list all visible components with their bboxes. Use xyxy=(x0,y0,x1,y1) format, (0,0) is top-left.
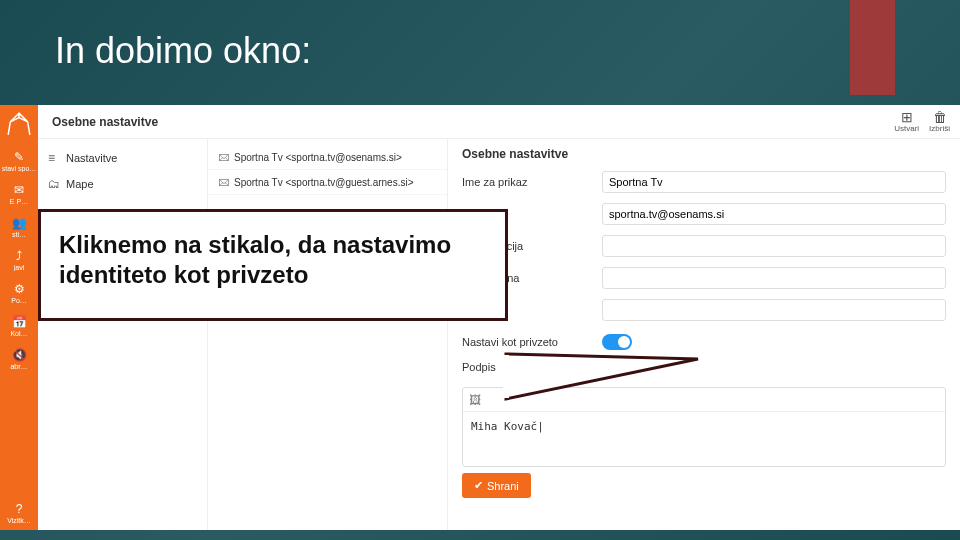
page-title: Osebne nastavitve xyxy=(52,115,158,129)
nav-item-folders[interactable]: 🗂 Mape xyxy=(38,171,207,197)
nav-item-settings[interactable]: ≡ Nastavitve xyxy=(38,145,207,171)
sidebar-item-settings[interactable]: ⚙ Po… xyxy=(0,277,38,308)
create-label: Ustvari xyxy=(894,124,919,133)
identity-label: Sportna Tv <sportna.tv@osenams.si> xyxy=(234,152,402,163)
sidebar-item-compose[interactable]: ✎ stavi spo… xyxy=(0,145,38,176)
save-label: Shrani xyxy=(487,480,519,492)
sidebar-item-logout[interactable]: ⤴ javi xyxy=(0,244,38,275)
sidebar-item-mute[interactable]: 🔇 abr… xyxy=(0,343,38,374)
sidebar-item-label: javi xyxy=(0,264,38,271)
create-button[interactable]: ⊞ Ustvari xyxy=(894,110,919,133)
calendar-icon: 📅 xyxy=(0,316,38,328)
sidebar-item-label: E P… xyxy=(0,198,38,205)
mail-icon: ✉ xyxy=(0,184,38,196)
sidebar-item-label: Vizitk… xyxy=(0,517,38,524)
svg-marker-0 xyxy=(506,354,698,399)
sidebar-item-label: Kol… xyxy=(0,330,38,337)
left-sidebar: ✎ stavi spo… ✉ E P… 👥 sti… ⤴ javi ⚙ Po… … xyxy=(0,105,38,530)
field-email: E Pošta xyxy=(462,201,946,227)
sidebar-item-contacts[interactable]: 👥 sti… xyxy=(0,211,38,242)
panel-title: Osebne nastavitve xyxy=(462,147,946,161)
sidebar-item-calendar[interactable]: 📅 Kol… xyxy=(0,310,38,341)
input-email[interactable] xyxy=(602,203,946,225)
sidebar-item-help[interactable]: ? Vizitk… xyxy=(0,497,38,528)
body: ≡ Nastavitve 🗂 Mape 🖂 Sportna Tv <sportn… xyxy=(38,139,960,530)
app-logo-icon xyxy=(4,109,34,139)
trash-icon: 🗑 xyxy=(933,110,947,124)
delete-button[interactable]: 🗑 Izbriši xyxy=(929,110,950,133)
mute-icon: 🔇 xyxy=(0,349,38,361)
header: Osebne nastavitve ⊞ Ustvari 🗑 Izbriši xyxy=(38,105,960,139)
label-display-name: Ime za prikaz xyxy=(462,176,592,188)
sidebar-item-label: sti… xyxy=(0,231,38,238)
logout-icon: ⤴ xyxy=(0,250,38,262)
accent-bar xyxy=(850,0,895,95)
folder-icon: 🗂 xyxy=(48,177,66,191)
app-window: ✎ stavi spo… ✉ E P… 👥 sti… ⤴ javi ⚙ Po… … xyxy=(0,105,960,530)
slide-title: In dobimo okno: xyxy=(55,30,311,72)
field-organization: Organizacija xyxy=(462,233,946,259)
gear-icon: ⚙ xyxy=(0,283,38,295)
input-display-name[interactable] xyxy=(602,171,946,193)
identity-item[interactable]: 🖂 Sportna Tv <sportna.tv@guest.arnes.si> xyxy=(208,170,447,195)
field-display-name: Ime za prikaz xyxy=(462,169,946,195)
contacts-icon: 👥 xyxy=(0,217,38,229)
sidebar-item-label: Po… xyxy=(0,297,38,304)
plus-icon: ⊞ xyxy=(901,110,913,124)
nav-label: Mape xyxy=(66,178,94,190)
callout-box: Kliknemo na stikalo, da nastavimo identi… xyxy=(38,209,508,321)
sidebar-item-mail[interactable]: ✉ E P… xyxy=(0,178,38,209)
identity-label: Sportna Tv <sportna.tv@guest.arnes.si> xyxy=(234,177,414,188)
settings-nav: ≡ Nastavitve 🗂 Mape xyxy=(38,139,208,530)
svg-rect-1 xyxy=(503,355,509,398)
check-icon: ✔ xyxy=(474,479,483,492)
callout-text: Kliknemo na stikalo, da nastavimo identi… xyxy=(59,230,487,290)
pencil-icon: ✎ xyxy=(0,151,38,163)
nav-label: Nastavitve xyxy=(66,152,117,164)
sidebar-item-label: abr… xyxy=(0,363,38,370)
list-icon: ≡ xyxy=(48,151,66,165)
input-organization[interactable] xyxy=(602,235,946,257)
delete-label: Izbriši xyxy=(929,124,950,133)
help-icon: ? xyxy=(0,503,38,515)
envelope-icon: 🖂 xyxy=(218,176,234,188)
sidebar-item-label: stavi spo… xyxy=(0,165,38,172)
main-area: Osebne nastavitve ⊞ Ustvari 🗑 Izbriši ≡ … xyxy=(38,105,960,530)
identity-item[interactable]: 🖂 Sportna Tv <sportna.tv@osenams.si> xyxy=(208,145,447,170)
envelope-icon: 🖂 xyxy=(218,151,234,163)
